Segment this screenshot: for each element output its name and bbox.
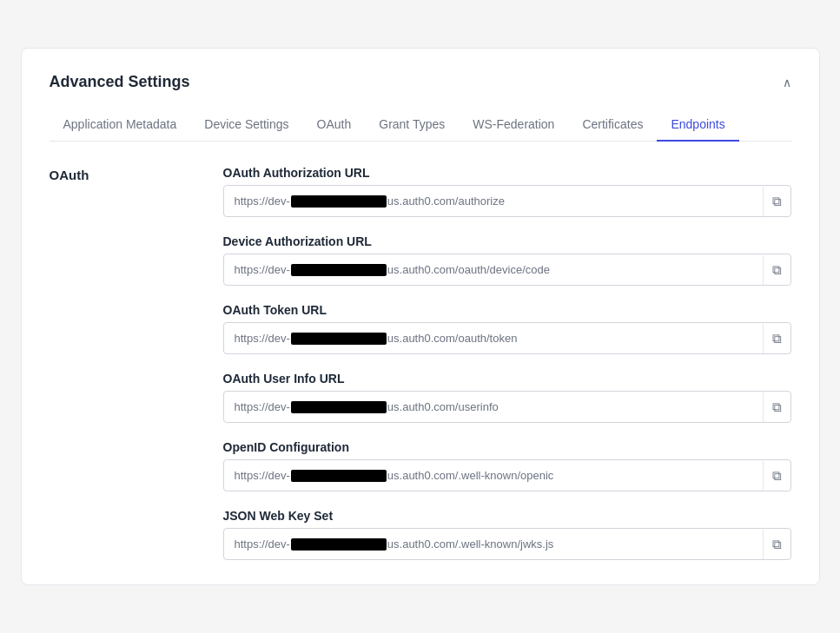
copy-icon: ⧉ [772, 537, 782, 552]
field-url-oauth-authorization-url: https://dev-us.auth0.com/authorize [224, 186, 763, 216]
field-input-row-device-authorization-url: https://dev-us.auth0.com/oauth/device/co… [223, 254, 791, 286]
tabs-container: Application MetadataDevice SettingsOAuth… [50, 109, 791, 142]
redacted-openid-configuration [291, 470, 387, 482]
copy-button-openid-configuration[interactable]: ⧉ [763, 461, 790, 491]
tab-grant-types[interactable]: Grant Types [365, 109, 459, 142]
redacted-oauth-user-info-url [291, 401, 387, 413]
field-group-oauth-user-info-url: OAuth User Info URLhttps://dev-us.auth0.… [223, 372, 791, 423]
copy-icon: ⧉ [772, 468, 782, 484]
field-group-device-authorization-url: Device Authorization URLhttps://dev-us.a… [223, 234, 791, 286]
redacted-oauth-authorization-url [291, 195, 387, 208]
copy-icon: ⧉ [772, 194, 782, 209]
field-group-oauth-authorization-url: OAuth Authorization URLhttps://dev-us.au… [223, 166, 791, 217]
copy-button-device-authorization-url[interactable]: ⧉ [763, 255, 790, 285]
field-label-device-authorization-url: Device Authorization URL [223, 234, 791, 248]
copy-icon: ⧉ [772, 399, 782, 415]
copy-button-oauth-user-info-url[interactable]: ⧉ [763, 392, 790, 422]
field-label-json-web-key-set: JSON Web Key Set [223, 509, 791, 523]
tab-oauth[interactable]: OAuth [303, 109, 366, 142]
field-input-row-oauth-authorization-url: https://dev-us.auth0.com/authorize⧉ [223, 185, 791, 217]
fields-container: OAuth Authorization URLhttps://dev-us.au… [223, 166, 791, 560]
redacted-oauth-token-url [291, 333, 387, 345]
advanced-settings-card: Advanced Settings ∧ Application Metadata… [21, 48, 820, 585]
tab-device-settings[interactable]: Device Settings [190, 109, 302, 142]
field-url-json-web-key-set: https://dev-us.auth0.com/.well-known/jwk… [224, 529, 763, 559]
field-url-oauth-token-url: https://dev-us.auth0.com/oauth/token [224, 323, 763, 353]
copy-button-oauth-authorization-url[interactable]: ⧉ [763, 187, 790, 216]
field-label-oauth-token-url: OAuth Token URL [223, 303, 791, 317]
field-group-oauth-token-url: OAuth Token URLhttps://dev-us.auth0.com/… [223, 303, 791, 354]
field-input-row-oauth-user-info-url: https://dev-us.auth0.com/userinfo⧉ [223, 391, 791, 423]
field-label-oauth-user-info-url: OAuth User Info URL [223, 372, 791, 386]
field-label-openid-configuration: OpenID Configuration [223, 440, 791, 454]
card-header: Advanced Settings ∧ [50, 73, 791, 91]
card-title: Advanced Settings [50, 73, 190, 91]
collapse-icon[interactable]: ∧ [783, 76, 791, 89]
field-group-openid-configuration: OpenID Configurationhttps://dev-us.auth0… [223, 440, 791, 491]
redacted-device-authorization-url [291, 264, 387, 276]
field-input-row-oauth-token-url: https://dev-us.auth0.com/oauth/token⧉ [223, 322, 791, 354]
copy-icon: ⧉ [772, 262, 782, 278]
copy-button-oauth-token-url[interactable]: ⧉ [763, 324, 790, 353]
copy-icon: ⧉ [772, 331, 782, 346]
field-group-json-web-key-set: JSON Web Key Sethttps://dev-us.auth0.com… [223, 509, 791, 560]
field-url-openid-configuration: https://dev-us.auth0.com/.well-known/ope… [224, 460, 763, 491]
redacted-json-web-key-set [291, 538, 387, 551]
content-area: OAuth OAuth Authorization URLhttps://dev… [50, 166, 791, 560]
field-input-row-json-web-key-set: https://dev-us.auth0.com/.well-known/jwk… [223, 528, 791, 560]
field-input-row-openid-configuration: https://dev-us.auth0.com/.well-known/ope… [223, 459, 791, 491]
tab-endpoints[interactable]: Endpoints [657, 109, 738, 142]
field-url-device-authorization-url: https://dev-us.auth0.com/oauth/device/co… [224, 254, 763, 285]
section-label: OAuth [50, 166, 189, 560]
copy-button-json-web-key-set[interactable]: ⧉ [763, 530, 790, 559]
field-url-oauth-user-info-url: https://dev-us.auth0.com/userinfo [224, 392, 763, 422]
tab-ws-federation[interactable]: WS-Federation [459, 109, 568, 142]
tab-application-metadata[interactable]: Application Metadata [50, 109, 191, 142]
field-label-oauth-authorization-url: OAuth Authorization URL [223, 166, 791, 180]
tab-certificates[interactable]: Certificates [568, 109, 657, 142]
